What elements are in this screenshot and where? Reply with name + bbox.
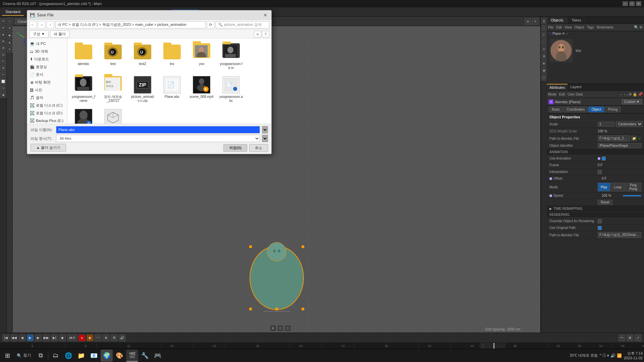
dialog-close-btn[interactable]: ✕ — [262, 12, 269, 18]
left-tool-10[interactable]: ⬜ — [0, 78, 6, 84]
left2-tool-5[interactable]: ✳ — [7, 46, 13, 52]
left-tool-1[interactable]: ↺ — [0, 18, 6, 24]
obj-menu-view[interactable]: View — [565, 25, 572, 29]
obj-menu-file[interactable]: File — [548, 25, 553, 29]
filename-input[interactable] — [56, 126, 260, 133]
interpolation-checkbox[interactable] — [598, 170, 602, 174]
attr-icon-1[interactable]: ⚙ — [629, 92, 632, 97]
attr-arrow-left[interactable]: ← — [619, 93, 623, 97]
filetype-dropdown[interactable] — [262, 135, 268, 142]
new-folder-btn[interactable]: 새 폴더 — [50, 31, 69, 38]
file-yoo[interactable]: yoo — [188, 41, 215, 71]
tab-attributes[interactable]: Attributes — [547, 84, 568, 90]
prop-tab-coordinates[interactable]: Coordinates — [564, 107, 588, 112]
file-yoogwansoon-fbm[interactable]: yoogwansoon.fb m — [218, 41, 245, 71]
right-strip-2[interactable]: □ — [541, 25, 547, 31]
path-breadcrumb[interactable]: 내 PC > 로컬 디스크 (F:) > 독립기념관_2023 > main_c… — [55, 21, 206, 28]
tab-takes[interactable]: Takes — [568, 17, 586, 23]
file-yoogwansoon-frame[interactable]: yoogwansoon_frame — [70, 74, 97, 104]
file-yoog-abc[interactable]: 📄 yoogwansoon.abc — [218, 74, 245, 104]
taskbar-mail[interactable]: 📧 — [88, 350, 100, 362]
file-jungri[interactable]: 정리 -재전송 정리-재전송_230727 — [100, 74, 126, 104]
organize-btn[interactable]: 구성 ▼ — [29, 31, 49, 38]
file-tex[interactable]: tex — [159, 41, 185, 71]
vp-bottom-3[interactable]: ◫ — [285, 325, 291, 331]
close-button[interactable]: ✕ — [636, 1, 641, 6]
task-view-btn[interactable]: ⧉ — [35, 350, 47, 362]
tl-end-btn[interactable]: ▶| — [51, 335, 58, 341]
tl-prev-btn[interactable]: ◀◀ — [11, 335, 17, 341]
help-btn[interactable]: ? — [262, 31, 269, 38]
right-strip-3[interactable]: T — [541, 32, 547, 38]
tl-autokey-btn[interactable]: ◆ — [87, 335, 93, 341]
tl-icon-3[interactable]: 🔊 — [119, 335, 125, 341]
right-strip-6[interactable]: ⚙ — [541, 53, 547, 59]
obj-settings-icon[interactable]: ⚙ — [639, 25, 643, 29]
taskbar-ae[interactable]: 🎨 — [113, 350, 125, 362]
left-tool-2[interactable]: ✦ — [0, 25, 6, 31]
sidebar-drive-d[interactable]: 💽 로컬 디스크 (D:) — [27, 109, 67, 117]
right-strip-9[interactable]: ⬡ — [541, 74, 547, 80]
right-strip-1[interactable]: ⊕ — [541, 18, 547, 24]
maximize-button[interactable]: □ — [629, 1, 635, 6]
attr-arrow-up[interactable]: ↑ — [624, 93, 626, 97]
attr-arrow-down[interactable]: ↓ — [626, 93, 628, 97]
tl-frame-back-btn[interactable]: ◀ — [19, 335, 25, 341]
volume-icon[interactable]: 🔊 — [610, 353, 615, 358]
nav-refresh-btn[interactable]: ⟳ — [207, 21, 214, 28]
attr-icon-3[interactable]: 📌 — [638, 92, 643, 97]
left2-tool-4[interactable]: ▲ — [7, 39, 13, 45]
left-tool-12[interactable]: ◉ — [0, 92, 6, 98]
tab-objects[interactable]: Objects — [547, 17, 568, 23]
mode-loop-btn[interactable]: Loop — [611, 183, 624, 191]
scale-input[interactable] — [598, 122, 614, 127]
sidebar-3d[interactable]: 🗂 3D 개체 — [27, 48, 67, 55]
rendering-section[interactable]: RENDERING — [547, 212, 644, 218]
sidebar-mypc[interactable]: 💻 내 PC — [27, 40, 67, 48]
use-orig-checkbox[interactable] — [598, 226, 602, 230]
nav-forward-btn[interactable]: → — [38, 21, 45, 28]
obj-menu-bookmarks[interactable]: Bookmarks — [597, 25, 613, 29]
sidebar-music[interactable]: 🎵 음악 — [27, 94, 67, 102]
file-plane-abc[interactable]: 📄 Plane.abc — [159, 74, 185, 104]
file-yoog-fbx[interactable]: yoogwansoon.fbx — [100, 107, 126, 124]
tl-play-btn[interactable]: ▶ — [27, 335, 34, 341]
view-toggle-btn[interactable]: ≡ — [254, 31, 261, 38]
vp-icon-1[interactable]: ⊕ — [525, 18, 531, 24]
taskbar-c4d[interactable]: 🎬 — [126, 350, 138, 362]
taskbar-explorer[interactable]: 🗂 — [50, 350, 62, 362]
filename-dropdown[interactable] — [262, 126, 268, 133]
right-strip-8[interactable]: ◉ — [541, 67, 547, 73]
left2-tool-2[interactable]: ✦ — [7, 25, 13, 31]
nav-up-btn[interactable]: ↑ — [47, 21, 54, 28]
sidebar-drive-c[interactable]: 💽 로컬 디스크 (C:) — [27, 102, 67, 109]
prop-tab-object[interactable]: Object — [588, 107, 604, 112]
attr-userdata-label[interactable]: User Data — [568, 93, 583, 96]
tl-curve-btn[interactable]: 〜 — [619, 335, 625, 341]
taskbar-game[interactable]: 🎮 — [152, 350, 164, 362]
save-button[interactable]: 저장(S) — [223, 144, 247, 152]
time-remapping-section[interactable]: ▶ TIME REMAPPING — [547, 206, 644, 212]
obj-menu-edit[interactable]: Edit — [556, 25, 562, 29]
sidebar-docs[interactable]: 📄 문서 — [27, 71, 67, 78]
left-tool-6[interactable]: ⊡ — [0, 52, 6, 58]
taskbar-edge[interactable]: 🌐 — [62, 350, 74, 362]
vp-bottom-1[interactable]: ⊞ — [270, 325, 276, 331]
obj-menu-object[interactable]: Object — [575, 25, 584, 29]
attr-mode-label[interactable]: Mode — [548, 93, 556, 96]
tab-layers[interactable]: Layers — [568, 84, 584, 90]
left-tool-8[interactable]: ⚙ — [0, 65, 6, 71]
vp-bottom-2[interactable]: ⊡ — [277, 325, 283, 331]
path-alembic-browse-btn[interactable]: 📁 — [631, 136, 637, 141]
tab-standard[interactable]: Standard — [2, 8, 24, 16]
vp-icon-2[interactable]: ✎ — [532, 18, 538, 24]
right-strip-5[interactable]: ✦ — [541, 46, 547, 52]
nav-back-btn[interactable]: ← — [29, 21, 37, 28]
left-tool-9[interactable]: ✂ — [0, 72, 6, 78]
prop-tab-phong[interactable]: Phong — [605, 107, 621, 112]
right-strip-4[interactable]: ⋮ — [541, 39, 547, 45]
taskbar-files[interactable]: 📁 — [75, 350, 87, 362]
custom-dropdown[interactable]: Custom ▼ — [622, 99, 642, 104]
tray-icons[interactable]: ^ ⓘ ♦ — [600, 353, 609, 358]
scale-unit-select[interactable]: Centimeters — [616, 121, 643, 127]
